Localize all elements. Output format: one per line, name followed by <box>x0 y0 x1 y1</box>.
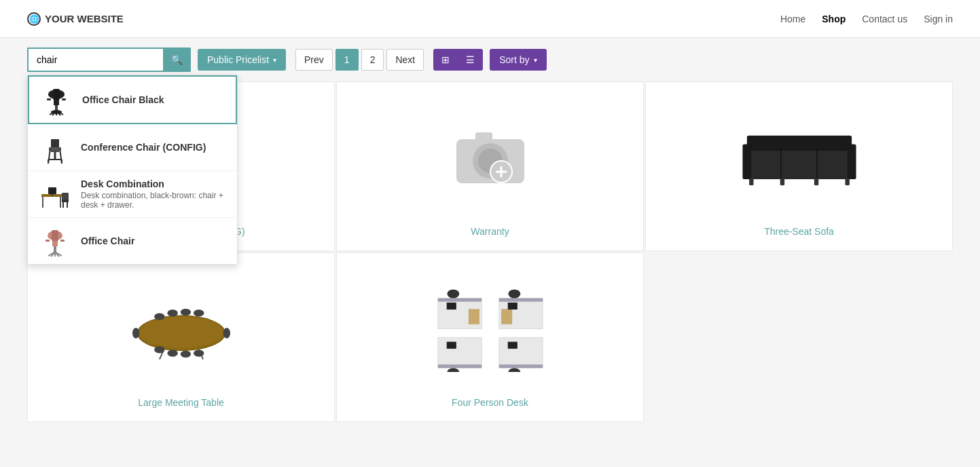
dropdown-item-title-office-chair-black: Office Chair Black <box>82 94 164 105</box>
dropdown-item-image-conference-chair <box>39 131 71 164</box>
svg-point-69 <box>154 313 164 320</box>
svg-point-66 <box>139 316 223 348</box>
svg-line-20 <box>48 149 50 164</box>
svg-rect-85 <box>498 337 542 368</box>
chevron-down-icon: ▾ <box>273 56 276 64</box>
search-button[interactable]: 🔍 <box>163 48 191 72</box>
dropdown-item-desk-combination[interactable]: Desk Combination Desk combination, black… <box>28 171 237 218</box>
svg-rect-83 <box>437 337 481 368</box>
svg-point-73 <box>154 346 164 353</box>
search-dropdown: Office Chair Black <box>27 75 238 265</box>
svg-point-74 <box>167 350 177 356</box>
dropdown-item-title-desk-combination: Desk Combination <box>81 179 226 189</box>
svg-rect-56 <box>742 145 751 179</box>
dropdown-item-text-conference-chair: Conference Chair (CONFIG) <box>81 142 206 153</box>
nav-home[interactable]: Home <box>780 14 805 24</box>
svg-point-70 <box>167 310 177 316</box>
nav-shop[interactable]: Shop <box>822 14 846 24</box>
svg-rect-60 <box>749 179 753 185</box>
svg-point-91 <box>447 368 459 372</box>
dropdown-item-title-conference-chair: Conference Chair (CONFIG) <box>81 142 206 153</box>
svg-rect-26 <box>52 194 53 196</box>
navbar: 🌐 YOUR WEBSITE Home Shop Contact us Sign… <box>0 0 980 38</box>
brand: 🌐 YOUR WEBSITE <box>27 12 124 26</box>
svg-point-90 <box>508 289 520 298</box>
pricelist-button[interactable]: Public Pricelist ▾ <box>198 49 286 71</box>
dropdown-item-image-office-chair <box>39 225 71 257</box>
svg-rect-34 <box>46 240 50 242</box>
svg-rect-33 <box>52 230 58 241</box>
toolbar: 🔍 Public Pricelist ▾ Prev 1 2 Next ⊞ ☰ S… <box>0 38 980 81</box>
product-image-large-meeting-table <box>41 267 321 390</box>
product-card-large-meeting-table[interactable]: Large Meeting Table <box>27 253 335 422</box>
product-title-large-meeting-table: Large Meeting Table <box>138 397 224 408</box>
product-card-three-seat-sofa[interactable]: Three-Seat Sofa <box>645 81 953 251</box>
product-image-four-person-desk <box>350 267 630 390</box>
dropdown-item-office-chair-black[interactable]: Office Chair Black <box>28 75 237 124</box>
svg-rect-54 <box>746 149 851 179</box>
svg-rect-95 <box>446 341 456 348</box>
svg-rect-48 <box>475 132 492 142</box>
nav-contact[interactable]: Contact us <box>862 14 907 24</box>
brand-label: YOUR WEBSITE <box>45 13 124 24</box>
pagination: Prev 1 2 Next <box>295 49 424 71</box>
product-image-warranty <box>350 96 630 219</box>
product-title-four-person-desk: Four Person Desk <box>452 397 528 408</box>
dropdown-item-title-office-chair: Office Chair <box>81 236 134 246</box>
svg-rect-36 <box>54 246 56 252</box>
dropdown-item-image-desk-combination <box>39 178 71 210</box>
dropdown-item-desc-desk-combination: Desk combination, black-brown: chair + d… <box>81 191 226 210</box>
svg-line-21 <box>60 149 62 164</box>
view-toggle: ⊞ ☰ <box>433 49 483 71</box>
svg-rect-94 <box>507 302 517 309</box>
svg-point-78 <box>223 328 230 338</box>
dropdown-item-office-chair[interactable]: Office Chair <box>28 218 237 264</box>
svg-rect-57 <box>847 145 856 179</box>
nav-signin[interactable]: Sign in <box>924 14 953 24</box>
product-title-three-seat-sofa: Three-Seat Sofa <box>764 226 834 237</box>
prev-button[interactable]: Prev <box>295 49 333 71</box>
svg-rect-88 <box>501 309 512 324</box>
product-card-four-person-desk[interactable]: Four Person Desk <box>336 253 644 422</box>
product-card-warranty[interactable]: Warranty <box>336 81 644 251</box>
svg-rect-13 <box>51 139 59 149</box>
svg-rect-86 <box>498 365 542 368</box>
svg-rect-5 <box>47 98 51 100</box>
dropdown-item-text-office-chair: Office Chair <box>81 236 134 246</box>
page-2-button[interactable]: 2 <box>361 49 384 71</box>
list-view-button[interactable]: ☰ <box>458 49 483 71</box>
svg-rect-63 <box>814 179 818 185</box>
list-icon: ☰ <box>466 54 475 65</box>
dropdown-item-conference-chair[interactable]: Conference Chair (CONFIG) <box>28 124 237 171</box>
svg-point-72 <box>193 310 203 316</box>
svg-rect-28 <box>62 193 69 200</box>
next-button[interactable]: Next <box>386 49 424 71</box>
svg-point-76 <box>193 350 203 356</box>
svg-rect-2 <box>55 105 58 111</box>
svg-point-77 <box>132 328 139 338</box>
svg-rect-61 <box>845 179 849 185</box>
svg-rect-96 <box>507 341 517 348</box>
search-icon: 🔍 <box>171 54 183 65</box>
svg-rect-93 <box>446 302 456 309</box>
page-1-button[interactable]: 1 <box>335 49 359 71</box>
svg-rect-87 <box>468 309 479 324</box>
navbar-links: Home Shop Contact us Sign in <box>780 14 953 24</box>
svg-point-89 <box>447 289 459 298</box>
product-title-warranty: Warranty <box>471 226 509 237</box>
sort-chevron-icon: ▾ <box>534 56 537 64</box>
svg-rect-55 <box>746 136 851 151</box>
product-image-three-seat-sofa <box>659 96 939 219</box>
svg-rect-7 <box>53 89 60 100</box>
sort-label: Sort by <box>499 54 529 65</box>
sort-button[interactable]: Sort by ▾ <box>490 49 546 71</box>
dropdown-item-text-office-chair-black: Office Chair Black <box>82 94 164 105</box>
svg-rect-84 <box>437 365 481 368</box>
svg-rect-25 <box>48 187 56 194</box>
dropdown-item-text-desk-combination: Desk Combination Desk combination, black… <box>81 179 226 210</box>
search-input[interactable] <box>27 48 163 72</box>
pricelist-label: Public Pricelist <box>207 54 269 65</box>
svg-rect-62 <box>780 179 784 185</box>
grid-view-button[interactable]: ⊞ <box>433 49 458 71</box>
svg-rect-6 <box>62 98 66 100</box>
